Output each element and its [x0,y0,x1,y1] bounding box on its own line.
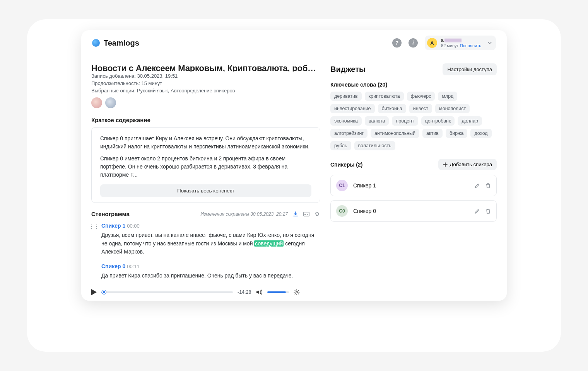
keyword-chip[interactable]: доллар [458,116,482,126]
keyword-chip[interactable]: млрд [438,92,457,101]
svg-point-1 [296,291,297,293]
app-window: Teamlogs ? i A a 82 минут Пополнить [81,30,507,301]
keyword-chip[interactable]: волатильность [354,141,395,150]
keyword-chip[interactable]: рубль [330,141,351,150]
meta-duration: Продолжительность: 15 минут [91,80,320,86]
transcript-segment: Спикер 000:11Да привет Кира спасибо за п… [94,262,320,280]
playback-track[interactable] [101,291,233,293]
speakers-heading: Спикеры (2) [330,162,362,168]
keyword-chip[interactable]: фьючерс [407,92,435,101]
widgets-title: Виджеты [330,65,366,74]
keyword-chip[interactable]: антимонопольный [371,129,419,138]
keyword-chip[interactable]: биткоина [378,104,406,113]
account-menu[interactable]: A a 82 минут Пополнить [425,36,496,50]
speaker-name: Спикер 0 [353,208,376,214]
summary-heading: Краткое содержание [91,117,320,123]
speaker-badge: С0 [336,205,348,217]
show-full-summary-button[interactable]: Показать весь конспект [100,184,311,197]
download-icon[interactable] [292,211,299,217]
keyword-chip[interactable]: центробанк [421,116,455,126]
summary-paragraph: Спикер 0 имеет около 2 процентов биткоин… [100,155,311,179]
segment-text[interactable]: Друзья, всем привет, вы на канале инвест… [101,231,320,256]
keyword-chip[interactable]: экономика [330,116,362,126]
gear-icon[interactable] [294,289,300,295]
keyword-chip[interactable]: валюта [365,116,389,126]
trash-icon[interactable] [485,183,491,189]
add-speaker-label: Добавить спикера [450,162,492,167]
subtitles-icon[interactable] [303,211,309,217]
volume-track[interactable] [267,291,289,293]
keyword-chip[interactable]: процент [392,116,418,126]
trash-icon[interactable] [485,208,491,214]
brand[interactable]: Teamlogs [92,39,139,48]
brand-name: Teamlogs [104,39,139,48]
keyword-chip[interactable]: инвестирование [330,104,375,113]
keyword-chip[interactable]: алготрейзинг [330,129,368,138]
undo-icon[interactable] [314,211,320,217]
audio-player: -14:28 [81,285,507,301]
speaker-badge: С1 [336,180,348,191]
segment-speaker[interactable]: Спикер 0 [101,263,125,269]
speaker-card: С1Спикер 1 [330,175,497,196]
info-icon[interactable]: i [409,38,418,48]
highlighted-word: соведущий [254,240,284,247]
avatar: A [427,38,437,48]
summary-paragraph: Спикер 0 приглашает Киру и Алексея на вс… [100,134,311,151]
keyword-chip[interactable]: доход [470,129,491,138]
keyword-chip[interactable]: криптовалюта [365,92,404,101]
meta-options: Выбранные опции: Русский язык, Автоопред… [91,88,320,94]
account-subtext: 82 минут Пополнить [441,43,481,48]
segment-timestamp[interactable]: 00:00 [127,223,140,229]
keyword-chip[interactable]: биржа [446,129,467,138]
keyword-chip[interactable]: актив [422,129,443,138]
add-speaker-button[interactable]: Добавить спикера [438,159,497,170]
brand-logo-icon [92,39,100,47]
keywords-heading: Ключевые слова (20) [330,82,497,88]
plus-icon [443,162,448,167]
help-icon[interactable]: ? [392,38,402,48]
transcript-segment: +⋮⋮Спикер 100:00Друзья, всем привет, вы … [94,222,320,256]
edit-icon[interactable] [474,208,480,214]
header: Teamlogs ? i A a 82 минут Пополнить [81,30,507,55]
transcript-heading: Стенограмма [91,211,130,217]
speaker-avatar [105,97,116,108]
drag-handle-icon[interactable]: ⋮⋮ [91,223,99,230]
page-title: Новости с Алексеем Марковым, Криптовалют… [91,63,320,71]
segment-speaker[interactable]: Спикер 1 [101,223,125,229]
keyword-chip[interactable]: инвест [409,104,432,113]
edit-icon[interactable] [474,183,480,189]
speaker-name: Спикер 1 [353,182,376,189]
chevron-down-icon [487,41,492,45]
volume-icon[interactable] [256,289,263,295]
keyword-chip[interactable]: монополист [435,104,470,113]
segment-text[interactable]: Да привет Кира спасибо за приглашение. О… [101,272,320,280]
access-settings-button[interactable]: Настройки доступа [443,63,497,75]
speaker-avatar [91,97,102,108]
summary-card: Спикер 0 приглашает Киру и Алексея на вс… [91,127,320,203]
keyword-chip[interactable]: дериватив [330,92,362,101]
segment-timestamp[interactable]: 00:11 [127,264,140,269]
meta-added: Запись добавлена: 30.05.2023, 19:51 [91,73,320,79]
topup-link[interactable]: Пополнить [460,43,481,48]
account-name: a [441,38,481,43]
time-remaining: -14:28 [238,289,251,295]
play-button[interactable] [91,289,97,295]
transcript-saved-status: Изменения сохранены 30.05.2023, 20:27 [200,211,288,217]
speaker-card: С0Спикер 0 [330,200,497,222]
svg-rect-0 [304,212,309,216]
